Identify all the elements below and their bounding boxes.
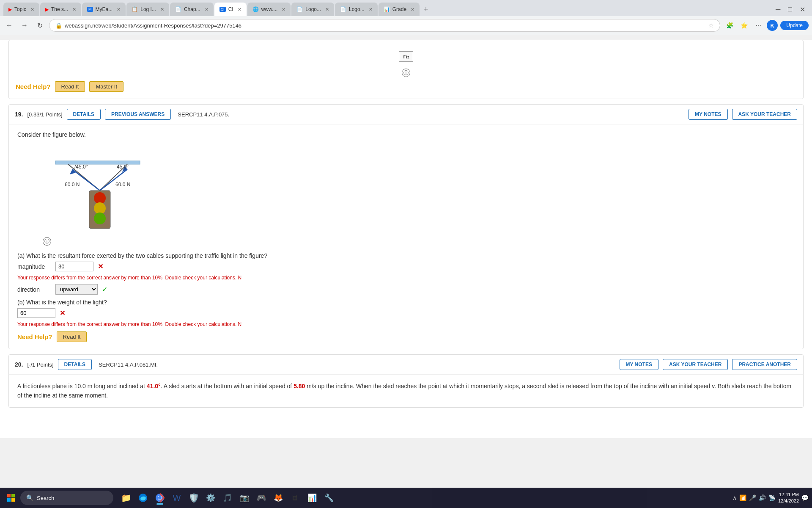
q19-my-notes-btn[interactable]: MY NOTES (689, 109, 727, 120)
q20-ask-teacher-btn[interactable]: ASK YOUR TEACHER (663, 359, 728, 370)
forward-button[interactable]: → (19, 19, 30, 31)
q19-direction-select[interactable]: upward downward (55, 284, 98, 295)
tab-log[interactable]: 📋 Log I... ✕ (126, 3, 169, 16)
q19-code: SERCP11 4.A.P.075. (178, 111, 229, 118)
taskbar-calc[interactable]: 🖩 (288, 490, 303, 505)
tab-logo1[interactable]: 📄 Logo... ✕ (291, 3, 334, 16)
tab-close[interactable]: ✕ (160, 7, 164, 12)
tray-wifi[interactable]: 📡 (768, 494, 776, 501)
tray-mic[interactable]: 🎤 (749, 494, 756, 501)
q19-prev-answers-btn[interactable]: PREVIOUS ANSWERS (105, 109, 171, 120)
q19-details-btn[interactable]: DETAILS (67, 109, 101, 120)
favorites-button[interactable]: ⭐ (738, 19, 750, 31)
q20-practice-another-btn[interactable]: PRACTICE ANOTHER (732, 359, 797, 370)
date-display: 12/4/2022 (778, 498, 799, 504)
taskbar-extra1[interactable]: 📊 (304, 490, 320, 505)
page-content: m₂ ⓘ Need Help? Read It Master It 19. [0… (0, 40, 812, 438)
tray-up-arrow[interactable]: ∧ (732, 494, 737, 501)
tab-icon: 📄 (340, 6, 346, 12)
refresh-button[interactable]: ↻ (34, 19, 46, 31)
tab-label: The s... (51, 6, 68, 12)
tab-www[interactable]: 🌐 www.... ✕ (247, 3, 291, 16)
svg-rect-18 (11, 498, 15, 502)
taskbar-camera[interactable]: 📷 (237, 490, 252, 505)
tab-label: Logo... (349, 6, 365, 12)
master-it-btn-top[interactable]: Master It (89, 81, 123, 92)
top-partial-section: m₂ ⓘ Need Help? Read It Master It (8, 40, 804, 99)
address-bar[interactable]: 🔒 webassign.net/web/Student/Assignment-R… (49, 19, 720, 32)
taskbar-antivirus[interactable]: 🛡️ (186, 490, 201, 505)
tab-ci-active[interactable]: CI CI ✕ (214, 3, 247, 16)
tab-close[interactable]: ✕ (117, 7, 121, 12)
q19-weight-input[interactable] (17, 308, 55, 318)
taskbar-file-explorer[interactable]: 📁 (118, 490, 134, 505)
m2-label: m₂ (399, 51, 413, 62)
taskbar-search[interactable]: 🔍 Search (20, 491, 113, 505)
extensions-button[interactable]: 🧩 (724, 19, 735, 31)
q20-details-btn[interactable]: DETAILS (58, 359, 92, 370)
new-tab-button[interactable]: + (420, 5, 432, 14)
nav-actions: 🧩 ⭐ ⋯ K Update (724, 19, 809, 31)
svg-text:/45.0°: /45.0° (74, 164, 88, 170)
q19-direction-label: direction (17, 286, 51, 293)
taskbar-extra2[interactable]: 🔧 (321, 490, 337, 505)
taskbar-right: ∧ 📶 🎤 🔊 📡 12:41 PM 12/4/2022 💬 (732, 491, 809, 505)
tab-grade[interactable]: 📊 Grade ✕ (379, 3, 420, 16)
tab-icon: 🌐 (252, 6, 259, 12)
tray-network[interactable]: 📶 (739, 494, 746, 501)
taskbar-firefox[interactable]: 🦊 (271, 490, 286, 505)
taskbar-word[interactable]: W (169, 490, 184, 505)
tab-logo2[interactable]: 📄 Logo... ✕ (335, 3, 378, 16)
svg-rect-16 (11, 494, 15, 497)
tab-close-window[interactable]: ✕ (796, 6, 809, 14)
q19-direction-correct-icon: ✓ (102, 285, 107, 293)
tray-speaker[interactable]: 🔊 (759, 494, 766, 501)
tab-close[interactable]: ✕ (282, 7, 285, 12)
tab-minimize[interactable]: ─ (772, 6, 784, 13)
tab-close[interactable]: ✕ (325, 7, 329, 12)
q20-body-text: A frictionless plane is 10.0 m long and … (17, 381, 795, 400)
q19-ask-teacher-btn[interactable]: ASK YOUR TEACHER (732, 109, 797, 120)
tab-topic[interactable]: ▶ Topic ✕ (3, 3, 39, 16)
q19-part-a-text: (a) What is the resultant force exerted … (17, 252, 795, 259)
read-it-btn-top[interactable]: Read It (55, 81, 85, 92)
tab-label: Log I... (140, 6, 156, 12)
nav-bar: ← → ↻ 🔒 webassign.net/web/Student/Assign… (0, 16, 812, 35)
tray-icons: ∧ 📶 🎤 🔊 📡 (732, 494, 776, 501)
q20-my-notes-btn[interactable]: MY NOTES (620, 359, 658, 370)
tab-close[interactable]: ✕ (205, 7, 208, 12)
tab-close[interactable]: ✕ (411, 7, 414, 12)
profile-button[interactable]: K (767, 20, 778, 31)
q19-error-b: Your response differs from the correct a… (17, 321, 795, 327)
tab-chap1[interactable]: 📄 Chap... ✕ (170, 3, 214, 16)
back-button[interactable]: ← (3, 19, 15, 31)
notification-icon[interactable]: 💬 (801, 494, 809, 501)
svg-point-14 (94, 213, 106, 224)
taskbar-edge-browser[interactable] (135, 490, 151, 505)
q19-error-a: Your response differs from the correct a… (17, 275, 795, 281)
bookmark-icon[interactable]: ☆ (708, 22, 714, 29)
browser-chrome: ▶ Topic ✕ ▶ The s... ✕ M MyEa... ✕ 📋 Log… (0, 0, 812, 35)
tab-restore[interactable]: □ (785, 6, 796, 13)
tab-close[interactable]: ✕ (72, 7, 76, 12)
tab-icon: 📄 (296, 6, 303, 12)
search-icon: 🔍 (26, 494, 33, 501)
url-text: webassign.net/web/Student/Assignment-Res… (65, 22, 706, 29)
settings-button[interactable]: ⋯ (752, 19, 764, 31)
taskbar-steam[interactable]: 🎮 (254, 490, 269, 505)
info-icon-figure[interactable]: ⓘ (43, 237, 51, 246)
q19-read-it-btn[interactable]: Read It (57, 331, 87, 342)
update-button[interactable]: Update (780, 21, 809, 30)
tab-close[interactable]: ✕ (238, 7, 241, 12)
tab-close[interactable]: ✕ (369, 7, 373, 12)
taskbar-music[interactable]: 🎵 (220, 490, 235, 505)
tab-myea[interactable]: M MyEa... ✕ (82, 3, 126, 16)
tab-close[interactable]: ✕ (30, 7, 34, 12)
taskbar-settings-app[interactable]: ⚙️ (203, 490, 218, 505)
info-icon-top[interactable]: ⓘ (402, 69, 410, 77)
tab-the-s[interactable]: ▶ The s... ✕ (40, 3, 81, 16)
q19-magnitude-input[interactable] (55, 262, 93, 271)
start-button[interactable] (3, 490, 19, 505)
taskbar-chrome-active[interactable] (152, 490, 167, 505)
tab-icon: CI (219, 7, 226, 12)
